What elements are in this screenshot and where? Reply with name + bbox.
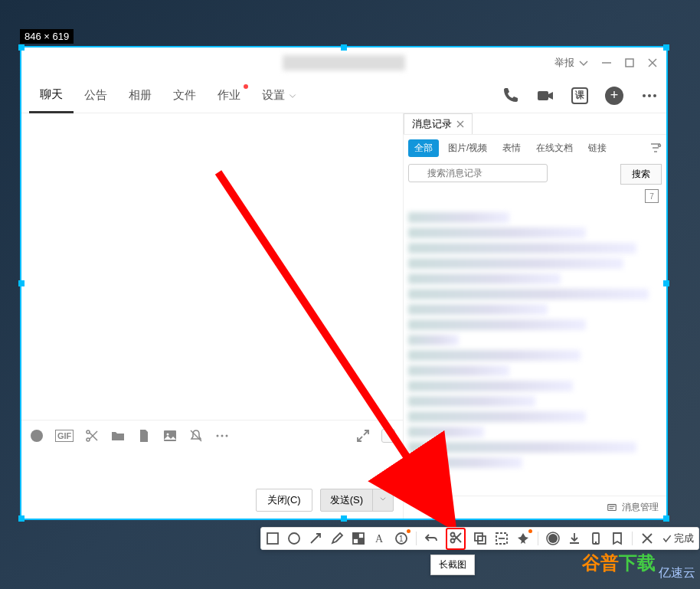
tab-chat-label: 聊天	[40, 87, 63, 102]
svg-rect-36	[353, 533, 358, 538]
screenshot-toolbar: A 1 完成	[260, 527, 699, 550]
report-button[interactable]: 举报	[554, 56, 590, 70]
class-icon[interactable]: 课	[571, 87, 588, 104]
message-input[interactable]	[21, 451, 403, 482]
list-item	[408, 427, 484, 437]
tool-circle-icon[interactable]	[287, 532, 301, 545]
tool-text-icon[interactable]: A	[373, 532, 387, 545]
tool-phone-icon[interactable]	[589, 532, 603, 545]
resize-handle-tl[interactable]	[18, 44, 25, 51]
image-icon[interactable]	[162, 428, 178, 443]
list-item	[408, 335, 459, 345]
close-button[interactable]	[646, 57, 659, 69]
message-history-list[interactable]	[404, 205, 666, 496]
tab-album[interactable]: 相册	[118, 78, 162, 113]
svg-rect-1	[626, 59, 633, 67]
tab-notice[interactable]: 公告	[74, 78, 118, 113]
tool-number-icon[interactable]: 1	[394, 532, 408, 545]
send-dropdown[interactable]	[372, 489, 393, 511]
resize-handle-cl[interactable]	[18, 280, 25, 286]
notification-dot	[528, 529, 532, 533]
close-button[interactable]: 关闭(C)	[256, 489, 312, 512]
svg-point-16	[167, 434, 169, 436]
list-item	[408, 289, 649, 299]
separator	[632, 532, 633, 545]
search-input[interactable]	[408, 164, 548, 182]
svg-line-14	[90, 431, 97, 439]
filter-media[interactable]: 图片/视频	[442, 139, 493, 157]
folder-icon[interactable]	[110, 428, 126, 443]
tool-undo-icon[interactable]	[424, 532, 438, 545]
svg-line-17	[191, 430, 201, 441]
tool-cancel-icon[interactable]	[640, 532, 654, 545]
voice-call-icon[interactable]	[501, 87, 519, 105]
close-tab-icon[interactable]	[456, 120, 464, 128]
more-icon[interactable]	[640, 87, 659, 105]
video-call-icon[interactable]	[536, 87, 554, 105]
message-manage-icon	[607, 502, 617, 513]
list-item	[408, 396, 535, 407]
resize-handle-br[interactable]	[663, 515, 669, 522]
list-item	[408, 365, 509, 376]
tool-arrow-icon[interactable]	[309, 532, 322, 545]
resize-handle-bc[interactable]	[341, 515, 347, 522]
tab-files[interactable]: 文件	[162, 78, 207, 113]
send-button[interactable]: 发送(S)	[320, 489, 394, 512]
add-button[interactable]: +	[605, 87, 623, 105]
scissors-icon[interactable]	[84, 428, 100, 443]
svg-point-8	[31, 430, 43, 442]
gif-icon[interactable]: GIF	[55, 430, 74, 442]
expand-icon[interactable]	[355, 428, 371, 443]
file-icon[interactable]	[136, 428, 152, 443]
tool-rect-icon[interactable]	[266, 532, 280, 545]
tool-bookmark-icon[interactable]	[610, 532, 624, 545]
chevron-down-icon	[577, 57, 590, 69]
history-toggle[interactable]	[381, 429, 395, 443]
filter-all[interactable]: 全部	[408, 139, 439, 157]
minimize-button[interactable]	[600, 57, 613, 69]
tool-ocr-icon[interactable]	[495, 532, 509, 545]
tool-record-icon[interactable]	[546, 532, 560, 545]
maximize-button[interactable]	[623, 57, 636, 69]
tool-mosaic-icon[interactable]	[352, 532, 365, 545]
filter-emoji[interactable]: 表情	[496, 139, 527, 157]
search-button[interactable]: 搜索	[620, 164, 662, 185]
svg-point-33	[289, 533, 299, 544]
tool-download-icon[interactable]	[568, 532, 581, 545]
calendar-icon[interactable]: 7	[645, 189, 659, 203]
main-tabs: 聊天 公告 相册 文件 作业 设置 课 +	[21, 78, 666, 113]
filter-settings-icon[interactable]	[649, 142, 662, 154]
tool-pin-icon[interactable]	[516, 532, 530, 545]
emoji-icon[interactable]	[29, 428, 44, 443]
message-manage-link[interactable]: 消息管理	[622, 501, 659, 514]
svg-point-11	[87, 430, 90, 434]
tool-translate-icon[interactable]	[473, 532, 487, 545]
history-tab[interactable]: 消息记录	[404, 113, 473, 134]
tab-chat[interactable]: 聊天	[29, 78, 74, 113]
list-item	[408, 227, 586, 238]
tab-homework[interactable]: 作业	[207, 78, 251, 113]
list-item	[408, 243, 636, 254]
svg-point-6	[648, 94, 651, 97]
more-tools-icon[interactable]	[214, 428, 230, 443]
tool-long-screenshot-highlighted[interactable]	[446, 528, 466, 550]
resize-handle-cr[interactable]	[663, 280, 669, 286]
tool-confirm-button[interactable]: 完成	[662, 532, 694, 545]
tab-homework-label: 作业	[218, 88, 240, 103]
filter-links[interactable]: 链接	[582, 139, 613, 157]
svg-point-9	[34, 434, 35, 435]
tab-settings[interactable]: 设置	[251, 78, 308, 113]
mute-icon[interactable]	[188, 428, 204, 443]
history-tab-label: 消息记录	[412, 117, 452, 131]
chat-message-area[interactable]	[21, 113, 403, 420]
resize-handle-tc[interactable]	[341, 44, 347, 51]
filter-docs[interactable]: 在线文档	[530, 139, 579, 157]
svg-rect-46	[478, 536, 486, 544]
tool-pen-icon[interactable]	[330, 532, 344, 545]
resize-handle-tr[interactable]	[663, 44, 669, 51]
resize-handle-bl[interactable]	[18, 515, 25, 522]
input-toolbar: GIF	[21, 420, 403, 451]
list-item	[408, 457, 522, 468]
list-item	[408, 319, 586, 330]
capture-region[interactable]: 举报 聊天 公告 相册 文件 作业 设置 课 +	[20, 46, 668, 520]
